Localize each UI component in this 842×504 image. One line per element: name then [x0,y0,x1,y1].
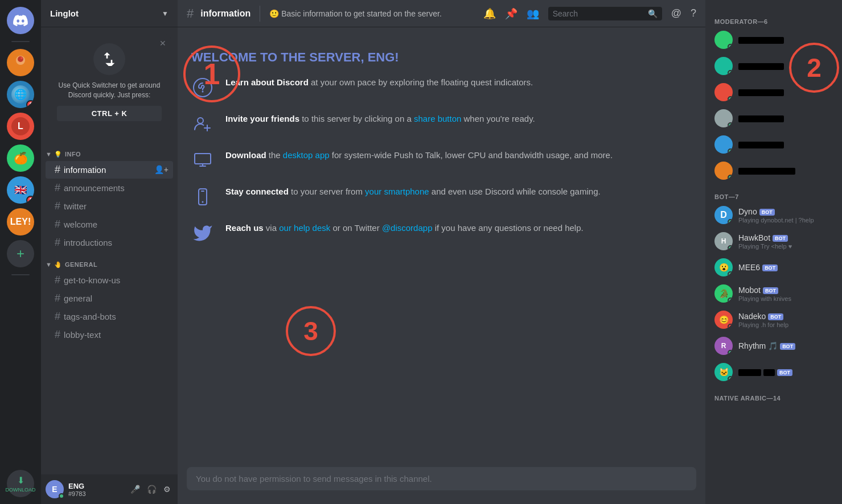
server-header[interactable]: Linglot ▼ [41,0,178,27]
add-member-icon[interactable]: 👤+ [154,165,169,174]
status-dot-6 [728,175,733,180]
svg-point-4 [202,91,204,93]
bot-status-dyno [728,219,733,224]
channel-lobby-text[interactable]: # lobby-text [46,326,173,344]
member-bot-hawkbot[interactable]: H HawkBotBOT Playing Try <help ♥ [710,229,837,254]
welcome-item-3-text: Download the desktop app for system-wide… [225,149,619,162]
member-mod-6[interactable] [710,158,837,183]
member-name-area-6 [738,166,833,176]
member-bot-mobot[interactable]: 🐊 MobotBOT Playing with knives [710,281,837,306]
welcome-item-2-text: Invite your friends to this server by cl… [225,113,619,126]
member-bot-7[interactable]: 🐱 BOT [710,360,837,385]
channel-get-to-know-us[interactable]: # get-to-know-us [46,271,173,289]
header-divider [260,6,260,22]
welcome-item-5: Reach us via our help desk or on Twitter… [191,222,619,245]
channel-hash-icon-7: # [55,292,60,304]
search-bar[interactable]: 🔍 [548,7,662,20]
message-input-area: You do not have permission to send messa… [178,467,705,504]
server-icon-6[interactable]: LEY! [7,208,34,236]
bot-avatar-nadeko: 😊 [714,311,733,329]
channel-announcements-label: announcements [64,183,125,193]
member-bot-nadeko[interactable]: 😊 NadekoBOT Playing .h for help [710,307,837,332]
main-wrapper: # information 🙂 Basic information to get… [178,0,842,504]
member-mod-3[interactable] [710,80,837,105]
member-mod-1[interactable] [710,27,837,52]
welcome-item-2: Invite your friends to this server by cl… [191,113,619,135]
member-avatar-4 [714,109,733,127]
channel-introductions[interactable]: # introductions [46,234,173,251]
channel-get-to-know-us-label: get-to-know-us [64,275,120,285]
user-panel: E ENG #9783 🎤 🎧 ⚙ [41,474,178,504]
server-icon-4[interactable]: 🍊 [7,144,34,172]
dropdown-icon: ▼ [162,10,169,18]
channel-hash-icon-4: # [55,218,60,230]
server-icon-5[interactable]: 🇬🇧 1 [7,176,34,204]
bot-avatar-rhythm: R [714,337,733,355]
member-mod-4[interactable] [710,106,837,131]
channel-hash-icon-6: # [55,274,60,286]
bot-sub-mobot: Playing with knives [738,295,833,302]
bot-sub-dyno: Playing dynobot.net | ?help [738,217,833,224]
channel-introductions-label: introductions [64,238,112,247]
notification-icon[interactable]: 🔔 [483,7,496,20]
members-icon[interactable]: 👥 [527,7,539,20]
member-bot-dyno[interactable]: D DynoBOT Playing dynobot.net | ?help [710,203,837,228]
user-controls: 🎤 🎧 ⚙ [128,482,173,496]
channel-information[interactable]: # information 👤+ [46,161,173,179]
member-mod-5[interactable] [710,132,837,157]
member-avatar-5 [714,135,733,154]
category-info[interactable]: ▼ 💡 INFO [41,142,178,160]
member-name-area-2 [738,61,833,71]
channel-announcements[interactable]: # announcements [46,179,173,197]
add-server-button[interactable]: + [7,240,34,267]
channel-tags-and-bots-label: tags-and-bots [64,312,116,321]
pin-icon[interactable]: 📌 [505,7,517,20]
channel-list: ▼ 💡 INFO # information 👤+ # announcement… [41,137,178,474]
server-name: Linglot [50,9,79,18]
bot-status-mobot [728,298,733,303]
download-button[interactable]: ⬇ Discord DOWNLOAD [7,470,34,497]
server-icon-1[interactable] [7,49,34,76]
channel-header-name: information [200,9,250,19]
member-name-area-3 [738,87,833,97]
deafen-button[interactable]: 🎧 [145,482,159,496]
bot-status-7 [728,376,733,381]
welcome-item-5-text: Reach us via our help desk or on Twitter… [225,222,619,235]
user-avatar: E [46,480,64,498]
member-name-2 [738,61,784,71]
member-name-4 [738,114,784,123]
bot-name-area-dyno: DynoBOT Playing dynobot.net | ?help [738,206,833,224]
member-avatar-1 [714,31,733,49]
member-avatar-6 [714,162,733,180]
user-tag: #9783 [68,490,124,497]
settings-button[interactable]: ⚙ [161,482,173,496]
category-general-emoji: 🤚 [54,261,63,268]
channel-welcome[interactable]: # welcome [46,216,173,233]
twitter-icon [191,222,214,245]
discord-home-button[interactable] [7,7,34,34]
quick-switcher-close[interactable]: ✕ [159,39,166,48]
at-icon[interactable]: @ [671,7,681,19]
member-mod-2[interactable] [710,53,837,79]
channel-tags-and-bots[interactable]: # tags-and-bots [46,308,173,325]
bot-name-rhythm: Rhythm 🎵BOT [738,341,795,350]
phone-icon [191,185,214,208]
category-general[interactable]: ▼ 🤚 GENERAL [41,252,178,271]
channel-information-label: information [64,165,106,175]
bot-status-mee6 [728,271,733,276]
mute-button[interactable]: 🎤 [128,482,142,496]
member-bot-mee6[interactable]: 😮 MEE6BOT [710,255,837,280]
user-status-indicator [59,493,64,499]
help-icon[interactable]: ? [691,7,696,19]
member-name-area-5 [738,139,833,150]
channel-general[interactable]: # general [46,290,173,307]
server-icon-2[interactable]: 🌐 1 [7,81,34,108]
member-bot-rhythm[interactable]: R Rhythm 🎵BOT [710,333,837,358]
channel-twitter[interactable]: # twitter [46,197,173,215]
quick-switcher-text: Use Quick Switcher to get around Discord… [57,81,162,100]
channel-header-desc: 🙂 Basic information to get started on th… [269,9,442,18]
server-icon-3[interactable]: L [7,113,34,140]
channel-header-emoji: 🙂 [269,9,279,18]
member-name-3 [738,88,784,97]
search-input[interactable] [553,9,643,18]
